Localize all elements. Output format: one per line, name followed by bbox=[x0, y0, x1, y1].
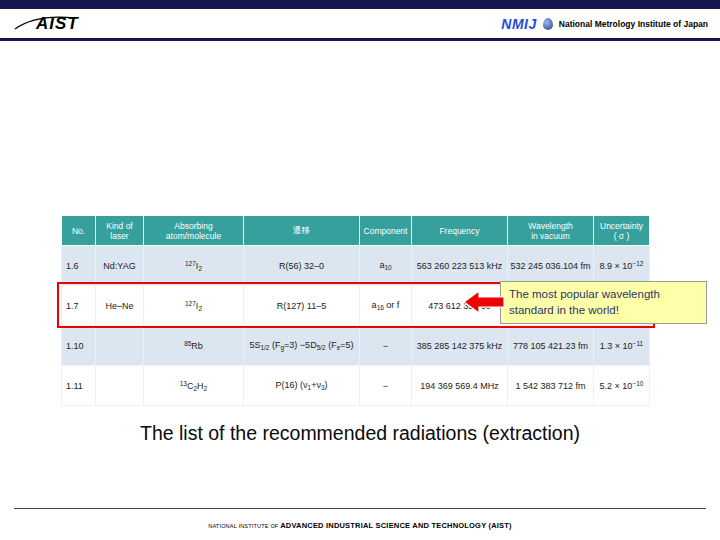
cell-absorbing-atom-molecule: 13C2H2 bbox=[144, 366, 244, 406]
column-header-component: Component bbox=[360, 216, 412, 246]
cell-component: − bbox=[360, 326, 412, 366]
header-bar: AIST NMIJ National Metrology Institute o… bbox=[0, 9, 720, 38]
cell-component: a10 bbox=[360, 246, 412, 286]
callout-box: The most popular wavelength standard in … bbox=[500, 281, 707, 324]
column-header-wavelength-in-vacuum: Wavelengthin vacuum bbox=[508, 216, 594, 246]
nmij-institute-name: National Metrology Institute of Japan bbox=[559, 19, 708, 29]
cell-component: − bbox=[360, 366, 412, 406]
table-row: 1.1085Rb5S1/2 (Fg=3) −5D5/2 (Fe=5)−385 2… bbox=[62, 326, 650, 366]
column-header-uncertainty: Uncertainty( σ ) bbox=[594, 216, 650, 246]
column-header-transition: 遷移 bbox=[244, 216, 360, 246]
footer-divider bbox=[14, 508, 706, 509]
cell-frequency: 563 260 223 513 kHz bbox=[412, 246, 508, 286]
cell-absorbing-atom-molecule: 127I2 bbox=[144, 246, 244, 286]
cell-kind-of-laser: He–Ne bbox=[96, 286, 144, 326]
cell-kind-of-laser bbox=[96, 326, 144, 366]
cell-uncertainty: 1.3 × 10−11 bbox=[594, 326, 650, 366]
cell-uncertainty: 5.2 × 10−10 bbox=[594, 366, 650, 406]
cell-wavelength-in-vacuum: 1 542 383 712 fm bbox=[508, 366, 594, 406]
nmij-emblem-icon bbox=[543, 18, 553, 30]
cell-absorbing-atom-molecule: 85Rb bbox=[144, 326, 244, 366]
aist-logo: AIST bbox=[12, 13, 79, 35]
slide-caption: The list of the recommended radiations (… bbox=[0, 422, 720, 445]
nmij-logo-text: NMIJ bbox=[501, 16, 536, 32]
table-row: 1.1113C2H2P(16) (ν1+ν3)−194 369 569.4 MH… bbox=[62, 366, 650, 406]
callout-text: The most popular wavelength standard in … bbox=[509, 287, 698, 318]
footer-institute-prefix: NATIONAL INSTITUTE OF bbox=[208, 523, 280, 529]
nmij-block: NMIJ National Metrology Institute of Jap… bbox=[501, 16, 708, 32]
cell-wavelength-in-vacuum: 778 105 421.23 fm bbox=[508, 326, 594, 366]
cell-transition: 5S1/2 (Fg=3) −5D5/2 (Fe=5) bbox=[244, 326, 360, 366]
cell-no: 1.6 bbox=[62, 246, 96, 286]
cell-wavelength-in-vacuum: 532 245 036.104 fm bbox=[508, 246, 594, 286]
cell-component: a16 or f bbox=[360, 286, 412, 326]
cell-transition: R(127) 11–5 bbox=[244, 286, 360, 326]
aist-logo-text: AIST bbox=[36, 14, 79, 34]
table-row: 1.6Nd:YAG127I2R(56) 32–0a10563 260 223 5… bbox=[62, 246, 650, 286]
cell-absorbing-atom-molecule: 127I2 bbox=[144, 286, 244, 326]
footer-institute-name: ADVANCED INDUSTRIAL SCIENCE AND TECHNOLO… bbox=[280, 521, 512, 530]
cell-frequency: 194 369 569.4 MHz bbox=[412, 366, 508, 406]
cell-transition: R(56) 32–0 bbox=[244, 246, 360, 286]
header-rule bbox=[0, 38, 720, 41]
cell-no: 1.11 bbox=[62, 366, 96, 406]
cell-uncertainty: 8.9 × 10−12 bbox=[594, 246, 650, 286]
cell-frequency: 385 285 142 375 kHz bbox=[412, 326, 508, 366]
column-header-kind-of-laser: Kind of laser bbox=[96, 216, 144, 246]
cell-kind-of-laser bbox=[96, 366, 144, 406]
column-header-frequency: Frequency bbox=[412, 216, 508, 246]
cell-no: 1.10 bbox=[62, 326, 96, 366]
table-header-row: No.Kind of laserAbsorbing atom/molecule遷… bbox=[62, 216, 650, 246]
cell-no: 1.7 bbox=[62, 286, 96, 326]
cell-kind-of-laser: Nd:YAG bbox=[96, 246, 144, 286]
column-header-no: No. bbox=[62, 216, 96, 246]
footer-logo-text: NATIONAL INSTITUTE OF ADVANCED INDUSTRIA… bbox=[0, 514, 720, 532]
arrow-left-icon bbox=[462, 288, 506, 316]
cell-transition: P(16) (ν1+ν3) bbox=[244, 366, 360, 406]
column-header-absorbing-atom-molecule: Absorbing atom/molecule bbox=[144, 216, 244, 246]
top-navy-bar bbox=[0, 0, 720, 9]
